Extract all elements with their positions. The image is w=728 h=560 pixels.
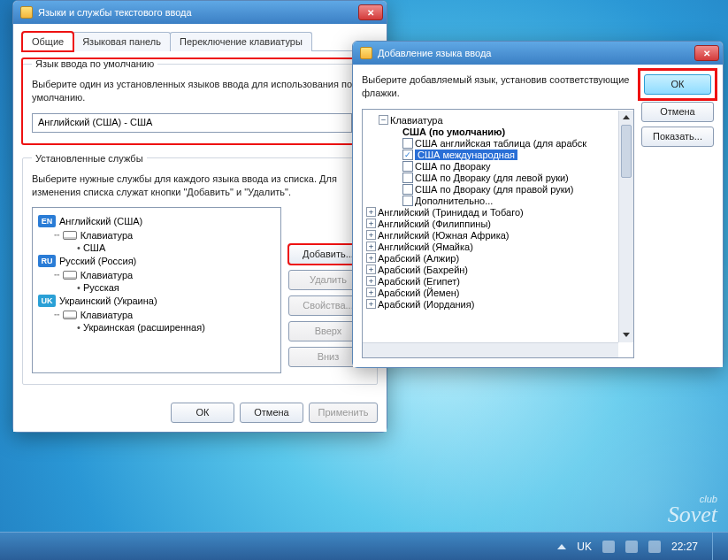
installed-languages-tree[interactable]: ENАнглийский (США)⋯КлавиатураСШАRUРусски… [32,207,281,373]
tree-language-node[interactable]: +Английский (Ямайка) [366,242,632,252]
show-desktop-button[interactable] [712,533,721,561]
language-indicator[interactable]: UK [577,541,592,553]
tree-layout-option[interactable]: Дополнительно... [391,196,632,206]
flag-icon: EN [38,215,56,227]
language-name: Русский (Россия) [59,256,136,266]
ok-button[interactable]: ОК [171,403,234,423]
language-item[interactable]: ENАнглийский (США) [38,215,275,227]
tree-language-node[interactable]: +Английский (Южная Африка) [366,230,632,241]
languages-tree[interactable]: −КлавиатураСША (по умолчанию)США английс… [362,111,634,358]
tree-language-node[interactable]: +Английский (Филиппины) [366,219,632,229]
default-language-combo[interactable]: Английский (США) - США [32,113,368,133]
default-language-value: Английский (США) - США [33,114,351,132]
checkbox[interactable] [402,173,413,183]
system-tray: UK 22:27 [547,533,728,561]
keyboard-icon [63,271,77,280]
checkbox[interactable]: ✓ [402,150,413,160]
tree-language-node[interactable]: +Арабский (Бахрейн) [366,265,632,275]
checkbox[interactable] [402,196,413,206]
language-name: Украинский (Украина) [59,295,157,306]
installed-services-legend: Установленные службы [32,153,147,164]
language-item[interactable]: UKУкраинский (Украина) [38,295,275,307]
apply-button[interactable]: Применить [309,403,378,423]
installed-services-group: Установленные службы Выберите нужные слу… [22,153,378,386]
clock[interactable]: 22:27 [671,541,698,553]
tab-general[interactable]: Общие [22,32,73,51]
ok-button[interactable]: ОК [644,74,711,95]
default-language-group: Язык ввода по умолчанию Выберите один из… [22,58,378,144]
keyboard-icon [63,231,77,240]
keyboard-icon [63,311,77,319]
keyboard-layout[interactable]: Русская [77,282,275,293]
close-icon[interactable]: ✕ [358,4,383,20]
tree-layout-option[interactable]: США по Двораку (для левой руки) [391,173,632,183]
window-icon [360,47,372,59]
tree-layout-option[interactable]: США по Двораку (для правой руки) [391,184,632,195]
tree-language-node[interactable]: +Арабский (Иордания) [366,299,632,310]
text-services-dialog: Языки и службы текстового ввода ✕ Общие … [12,0,387,433]
keyboard-group: ⋯Клавиатура [54,229,275,241]
tree-language-node[interactable]: +Английский (Тринидад и Тобаго) [366,207,632,218]
keyboard-layout[interactable]: США [77,242,275,253]
watermark: club Sovet [668,495,717,525]
tree-layout-option[interactable]: ✓США международная [391,150,632,160]
action-center-icon[interactable] [602,541,615,553]
keyboard-layout[interactable]: Украинская (расширенная) [77,322,275,333]
tabs: Общие Языковая панель Переключение клави… [22,31,378,51]
tree-language-node[interactable]: +Арабский (Алжир) [366,253,632,264]
titlebar[interactable]: Добавление языка ввода ✕ [353,42,723,65]
tree-layout-option[interactable]: США по Двораку [391,161,632,172]
checkbox[interactable] [402,138,413,149]
add-language-desc: Выберите добавляемый язык, установив соо… [362,73,634,100]
taskbar: UK 22:27 [0,532,728,560]
close-icon[interactable]: ✕ [694,45,719,61]
checkbox[interactable] [402,184,413,195]
window-title: Языки и службы текстового ввода [38,7,358,18]
scrollbar-vertical[interactable] [618,111,633,342]
language-name: Английский (США) [59,216,142,226]
flag-icon: UK [38,295,56,307]
cancel-button[interactable]: Отмена [240,403,303,423]
tree-language-node[interactable]: +Арабский (Йемен) [366,288,632,298]
window-title: Добавление языка ввода [378,48,694,58]
tree-keyboard-node[interactable]: −Клавиатура [379,115,632,126]
flag-icon: RU [38,255,56,267]
tree-language-node[interactable]: +Арабский (Египет) [366,276,632,287]
default-language-desc: Выберите один из установленных языков вв… [32,78,368,104]
titlebar[interactable]: Языки и службы текстового ввода ✕ [13,1,387,24]
network-icon[interactable] [625,541,638,553]
checkbox[interactable] [402,161,413,172]
scroll-down-icon[interactable] [619,328,633,342]
installed-services-desc: Выберите нужные службы для каждого языка… [32,173,368,199]
keyboard-group: ⋯Клавиатура [54,309,275,320]
tree-default-layout: США (по умолчанию) [391,127,632,137]
tab-key-switching[interactable]: Переключение клавиатуры [170,32,312,51]
tray-overflow-icon[interactable] [557,544,566,549]
cancel-button[interactable]: Отмена [641,102,714,122]
keyboard-group: ⋯Клавиатура [54,269,275,280]
default-language-legend: Язык ввода по умолчанию [32,58,157,69]
scroll-thumb[interactable] [621,125,632,178]
dialog-footer: ОК Отмена Применить [22,394,378,423]
tab-language-bar[interactable]: Языковая панель [73,32,171,51]
language-item[interactable]: RUРусский (Россия) [38,255,275,267]
scroll-up-icon[interactable] [619,111,633,125]
window-icon [20,6,33,19]
show-button[interactable]: Показать... [641,127,714,147]
scrollbar-horizontal[interactable] [363,342,618,357]
tree-layout-option[interactable]: США английская таблица (для арабск [391,138,632,149]
volume-icon[interactable] [648,541,661,553]
add-input-language-dialog: Добавление языка ввода ✕ Выберите добавл… [352,41,724,368]
